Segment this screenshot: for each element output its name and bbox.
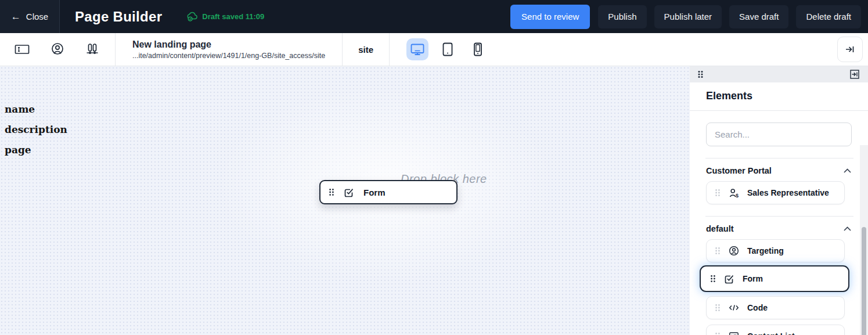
element-label: Targeting — [747, 246, 784, 255]
cloud-check-icon — [186, 11, 198, 22]
page-builder-app: ← Close Page Builder Draft saved 11:09 S… — [0, 0, 868, 335]
mobile-icon — [473, 42, 483, 57]
drag-handle-icon — [710, 275, 716, 283]
close-button[interactable]: ← Close — [0, 0, 60, 33]
panel-topbar — [690, 66, 868, 82]
element-card-content-list[interactable]: Content List — [706, 325, 845, 335]
arrow-left-icon: ← — [11, 12, 21, 21]
user-dollar-icon: $ — [729, 188, 739, 198]
sliders-icon-button[interactable] — [85, 42, 99, 56]
svg-text:$: $ — [736, 193, 739, 199]
user-target-icon — [729, 246, 739, 256]
text-field-icon — [15, 44, 30, 55]
panel-scrollbar-track[interactable] — [860, 145, 868, 335]
draft-saved-label: Draft saved 11:09 — [202, 12, 264, 21]
drag-handle-icon — [715, 189, 721, 197]
delete-draft-button[interactable]: Delete draft — [796, 5, 861, 28]
desktop-icon — [410, 42, 425, 56]
section-customer-portal-header[interactable]: Customer Portal — [706, 159, 852, 181]
section-title: Customer Portal — [706, 166, 772, 175]
drag-handle-icon — [715, 247, 721, 255]
mobile-preview-button[interactable] — [467, 38, 489, 60]
device-preview-switcher — [390, 38, 489, 60]
drag-handle-icon — [329, 188, 334, 196]
canvas-field-page: page — [5, 144, 31, 156]
desktop-preview-button[interactable] — [406, 38, 428, 60]
page-title-block: New landing page ...ite/admin/content/pr… — [116, 39, 342, 60]
panel-collapse-icon — [845, 45, 855, 54]
canvas-field-description: description — [5, 124, 67, 135]
panel-drag-handle-icon[interactable] — [697, 70, 704, 78]
chevron-up-icon — [843, 226, 852, 232]
page-name: New landing page — [132, 39, 325, 50]
element-label: Form — [743, 274, 763, 283]
top-header: ← Close Page Builder Draft saved 11:09 S… — [0, 0, 868, 33]
site-selector[interactable]: site — [343, 45, 389, 55]
elements-search-input[interactable] — [706, 123, 852, 146]
form-icon — [344, 188, 354, 197]
canvas-field-name: name — [5, 103, 35, 115]
form-icon — [724, 274, 734, 284]
close-label: Close — [26, 12, 48, 21]
element-label: Content List — [747, 332, 795, 335]
panel-collapse-boxed-icon — [850, 70, 859, 79]
publish-later-button[interactable]: Publish later — [654, 5, 722, 28]
element-card-form[interactable]: Form — [700, 265, 849, 292]
tablet-preview-button[interactable] — [437, 38, 459, 60]
section-title: default — [706, 224, 734, 233]
element-card-targeting[interactable]: Targeting — [706, 239, 845, 262]
app-title: Page Builder — [75, 9, 162, 25]
page-preview-url: ...ite/admin/content/preview/1491/1/eng-… — [132, 52, 325, 60]
save-draft-button[interactable]: Save draft — [729, 5, 788, 28]
editor-toolbar: New landing page ...ite/admin/content/pr… — [0, 33, 868, 66]
panel-collapse-button[interactable] — [850, 70, 859, 79]
panel-scrollbar-thumb[interactable] — [862, 227, 866, 335]
dragged-form-block[interactable]: Form — [319, 180, 458, 204]
text-field-tool-button[interactable] — [15, 44, 30, 55]
dragged-block-label: Form — [363, 188, 386, 197]
element-label: Code — [747, 303, 768, 312]
element-label: Sales Representative — [747, 188, 829, 197]
drag-handle-icon — [715, 304, 721, 312]
section-default-header[interactable]: default — [706, 217, 852, 239]
send-to-review-button[interactable]: Send to review — [510, 5, 590, 29]
panel-title: Elements — [690, 82, 868, 110]
collapse-panel-button[interactable] — [837, 37, 863, 62]
tablet-icon — [441, 42, 454, 57]
drag-handle-icon — [715, 332, 721, 335]
content-list-icon — [729, 332, 739, 335]
user-preview-button[interactable] — [50, 42, 65, 56]
element-card-sales-representative[interactable]: $ Sales Representative — [706, 181, 845, 204]
elements-panel: Elements Customer Portal — [690, 66, 868, 335]
element-card-code[interactable]: Code — [706, 296, 845, 319]
publish-button[interactable]: Publish — [598, 5, 646, 28]
user-circle-icon — [50, 42, 65, 56]
draft-saved-status: Draft saved 11:09 — [186, 11, 264, 22]
page-canvas[interactable]: name description page Drop block here — [0, 66, 690, 335]
code-icon — [729, 303, 739, 312]
sliders-vertical-icon — [85, 42, 99, 56]
chevron-up-icon — [843, 168, 852, 174]
